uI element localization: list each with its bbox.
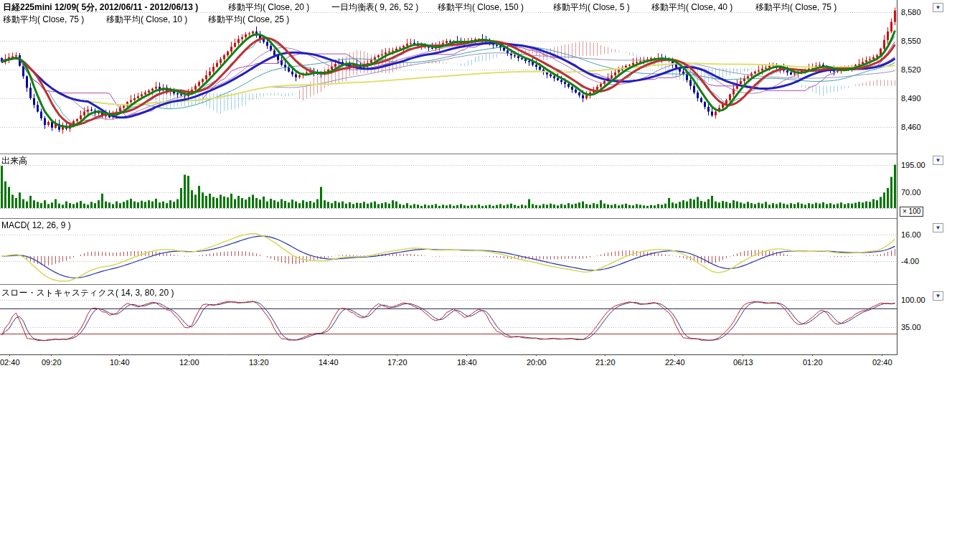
dropdown-arrow-icon: ▼ [936,225,941,231]
macd-panel-dropdown-button[interactable]: ▼ [933,223,943,232]
dropdown-arrow-icon: ▼ [936,293,941,299]
indicator-label: 移動平均( Close, 20 ) [228,2,309,12]
volume-panel-dropdown-button[interactable]: ▼ [933,156,943,165]
macd-panel-title: MACD( 12, 26, 9 ) [1,220,71,230]
time-axis-label: 12:00 [179,358,199,367]
stoch-panel-dropdown-button[interactable]: ▼ [933,291,943,301]
dropdown-arrow-icon: ▼ [936,157,941,164]
stoch-axis-label: 35.00 [901,323,921,331]
indicator-label: 移動平均( Close, 40 ) [651,2,732,12]
indicator-label: 移動平均( Close, 10 ) [106,14,187,24]
price-axis-label: 8,460 [901,123,921,131]
time-axis-label: 13:20 [249,358,269,367]
price-axis-label: 8,490 [901,94,921,103]
time-axis-label: 14:40 [319,358,339,367]
price-axis-label: 8,580 [901,8,921,17]
time-axis-label: 02:40 [0,358,20,367]
price-axis-label: 8,550 [901,37,921,45]
price-panel-dropdown-button[interactable]: ▼ [933,3,943,12]
chart-title: 日経225mini 12/09( 5分, 2012/06/11 - 2012/0… [3,2,198,12]
stoch-panel-title: スロー・ストキャスティクス( 14, 3, 80, 20 ) [1,287,174,299]
stoch-axis-label: 100.00 [901,296,925,304]
time-axis-label: 22:40 [665,358,685,367]
time-axis-label: 18:40 [457,358,477,367]
price-axis-label: 8,520 [901,65,921,74]
time-axis-label: 10:40 [110,358,130,367]
indicator-label: 移動平均( Close, 25 ) [208,14,289,24]
dropdown-arrow-icon: ▼ [936,4,941,11]
time-axis-label: 06/13 [733,358,753,367]
indicator-label: 移動平均( Close, 75 ) [755,2,837,12]
chart-application-window: 日経225mini 12/09( 5分, 2012/06/11 - 2012/0… [0,0,980,551]
time-axis-label: 21:20 [595,358,616,367]
time-axis-label: 09:20 [42,358,62,367]
time-axis-label: 17:20 [387,358,407,367]
time-axis-label: 02:40 [872,358,892,367]
time-axis-label: 20:00 [527,358,547,367]
time-axis-label: 01:20 [803,358,823,367]
volume-axis-label: 70.00 [901,188,921,197]
macd-axis-label: -4.00 [901,257,919,265]
volume-axis-label: 195.00 [901,161,925,169]
indicator-label: 移動平均( Close, 5 ) [553,2,630,12]
indicator-label: 移動平均( Close, 150 ) [438,2,524,12]
volume-unit-label: × 100 [900,207,923,217]
indicator-label: 移動平均( Close, 75 ) [3,14,84,24]
indicator-label: 一目均衡表( 9, 26, 52 ) [331,2,418,12]
price-axis-border [897,0,897,355]
price-chart-canvas[interactable] [0,0,897,356]
volume-panel-title: 出来高 [1,155,27,167]
macd-axis-label: 16.00 [901,230,921,239]
